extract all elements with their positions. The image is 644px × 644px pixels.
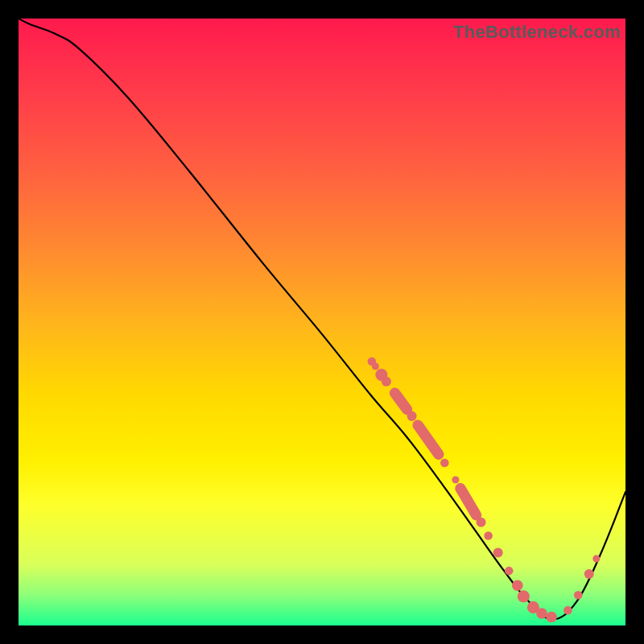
marker-segments: [394, 393, 476, 515]
plot-area: TheBottleneck.com: [19, 19, 625, 625]
marker-dot: [546, 612, 557, 623]
marker-dot: [518, 590, 530, 602]
marker-dot: [493, 547, 503, 557]
marker-dot: [536, 608, 547, 619]
marker-dot: [512, 580, 523, 591]
marker-dot: [477, 518, 486, 527]
marker-dot: [564, 606, 572, 615]
marker-segment: [460, 489, 477, 515]
marker-dot: [505, 567, 514, 576]
marker-dot: [574, 591, 583, 600]
marker-dot: [382, 377, 391, 386]
curve-path: [19, 19, 625, 619]
chart-frame: TheBottleneck.com: [0, 0, 644, 644]
marker-dot: [484, 531, 493, 540]
marker-dot: [372, 363, 379, 370]
marker-segment: [394, 393, 407, 409]
marker-dot: [592, 555, 600, 563]
marker-dot: [584, 569, 594, 579]
marker-dot: [452, 477, 459, 484]
marker-dot: [440, 459, 449, 468]
marker-segment: [418, 425, 439, 454]
marker-dot: [407, 411, 417, 421]
chart-svg: [19, 19, 625, 625]
